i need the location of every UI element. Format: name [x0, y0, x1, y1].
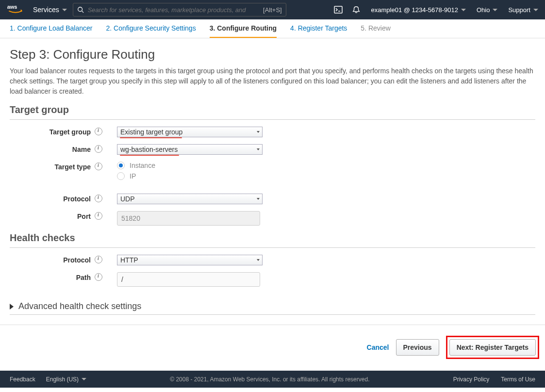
wizard-tabs: 1. Configure Load Balancer 2. Configure … [0, 19, 545, 38]
radio-instance-row: Instance [117, 162, 535, 169]
radio-ip-label: IP [130, 172, 136, 180]
select-name[interactable]: wg-bastion-servers [117, 144, 263, 155]
radio-instance [117, 162, 125, 169]
account-menu[interactable]: example01 @ 1234-5678-9012 [371, 6, 466, 14]
radio-ip [117, 172, 125, 180]
feedback-link[interactable]: Feedback [10, 376, 35, 383]
support-menu[interactable]: Support [508, 6, 538, 14]
label-name: Name [10, 144, 95, 153]
annotation-underline [120, 137, 182, 138]
language-menu[interactable]: English (US) [46, 376, 86, 383]
wizard-actions: Cancel Previous Next: Register Targets [0, 325, 545, 371]
bell-icon[interactable] [352, 5, 361, 15]
chevron-down-icon [62, 9, 67, 11]
services-menu[interactable]: Services [33, 6, 67, 14]
wizard-tab-1[interactable]: 1. Configure Load Balancer [10, 24, 92, 38]
svg-rect-3 [334, 6, 342, 13]
triangle-right-icon [10, 304, 14, 310]
aws-logo[interactable]: aws [7, 4, 25, 16]
label-port: Port [10, 211, 95, 220]
label-target-group: Target group [10, 127, 95, 136]
chevron-down-icon [493, 9, 497, 11]
label-target-type: Target type [10, 162, 95, 171]
info-icon[interactable] [95, 273, 102, 281]
input-port [117, 211, 260, 226]
wizard-tab-4[interactable]: 4. Register Targets [290, 24, 347, 38]
label-protocol: Protocol [10, 194, 95, 203]
info-icon[interactable] [95, 128, 102, 135]
cancel-button[interactable]: Cancel [367, 343, 389, 351]
search-input[interactable] [88, 6, 260, 14]
region-menu[interactable]: Ohio [477, 6, 497, 14]
previous-button[interactable]: Previous [396, 339, 439, 356]
services-label: Services [33, 6, 59, 14]
wizard-tab-2[interactable]: 2. Configure Security Settings [106, 24, 196, 38]
info-icon[interactable] [95, 145, 102, 153]
search-icon [77, 6, 84, 13]
label-hc-path: Path [10, 272, 95, 281]
select-hc-protocol[interactable]: HTTP [117, 255, 263, 265]
info-icon[interactable] [95, 163, 102, 170]
wizard-tab-5: 5. Review [361, 24, 390, 38]
terms-link[interactable]: Terms of Use [501, 376, 535, 383]
annotation-highlight-box: Next: Register Targets [446, 336, 539, 359]
chevron-down-icon [461, 9, 466, 11]
advanced-health-check-label: Advanced health check settings [18, 301, 141, 311]
cloudshell-icon[interactable] [333, 5, 343, 15]
advanced-health-check-toggle[interactable]: Advanced health check settings [10, 298, 535, 314]
copyright: © 2008 - 2021, Amazon Web Services, Inc.… [86, 376, 453, 383]
label-hc-protocol: Protocol [10, 255, 95, 264]
privacy-link[interactable]: Privacy Policy [453, 376, 490, 383]
radio-ip-row: IP [117, 172, 535, 180]
select-protocol[interactable]: UDP [117, 194, 263, 204]
page-title: Step 3: Configure Routing [10, 47, 535, 62]
info-icon[interactable] [95, 256, 102, 263]
target-group-heading: Target group [10, 104, 535, 115]
annotation-underline [120, 155, 179, 156]
select-target-group[interactable]: Existing target group [117, 127, 263, 137]
top-nav: aws Services [Alt+S] example01 @ 1234-56… [0, 0, 545, 19]
page-description: Your load balancer routes requests to th… [10, 66, 535, 97]
wizard-tab-3[interactable]: 3. Configure Routing [210, 24, 277, 38]
health-checks-heading: Health checks [10, 232, 535, 244]
nav-icons [333, 5, 361, 15]
input-hc-path[interactable] [117, 272, 260, 287]
chevron-down-icon [82, 378, 86, 380]
language-label: English (US) [46, 376, 79, 383]
account-label: example01 @ 1234-5678-9012 [371, 6, 458, 14]
svg-text:aws: aws [7, 4, 17, 10]
search-hotkey: [Alt+S] [263, 6, 282, 14]
info-icon[interactable] [95, 195, 102, 202]
chevron-down-icon [533, 9, 538, 11]
next-button[interactable]: Next: Register Targets [449, 339, 536, 356]
info-icon[interactable] [95, 212, 102, 220]
search-box[interactable]: [Alt+S] [73, 3, 286, 16]
svg-point-1 [78, 7, 82, 12]
region-label: Ohio [477, 6, 490, 14]
page-footer: Feedback English (US) © 2008 - 2021, Ama… [0, 371, 545, 388]
support-label: Support [508, 6, 530, 14]
radio-instance-label: Instance [130, 162, 155, 169]
svg-line-2 [82, 11, 83, 13]
